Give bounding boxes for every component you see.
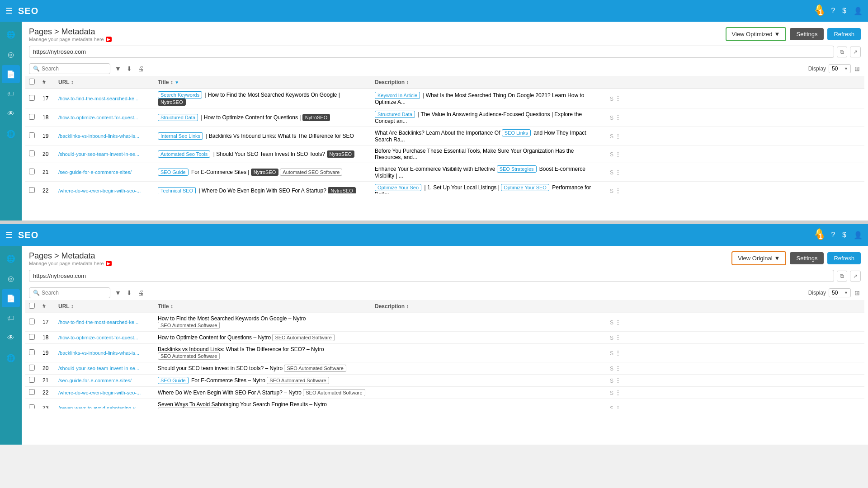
row-checkbox[interactable]	[29, 132, 35, 138]
row-more-btn[interactable]: ⋮	[615, 187, 621, 193]
sidebar-item-tags[interactable]: 🏷	[2, 85, 20, 103]
row-s-btn[interactable]: S	[610, 115, 613, 121]
row-checkbox[interactable]	[29, 365, 35, 371]
row-checkbox[interactable]	[29, 377, 35, 383]
sidebar-item-pages[interactable]: 📄	[2, 65, 20, 83]
user-icon[interactable]: 👤	[854, 7, 863, 15]
bottom-video-icon[interactable]: ▶	[106, 261, 112, 266]
bottom-notification-icon[interactable]: 🔔 1	[815, 228, 824, 243]
row-checkbox[interactable]	[29, 334, 35, 340]
top-settings-button[interactable]: Settings	[790, 28, 824, 40]
row-checkbox[interactable]	[29, 187, 35, 193]
sidebar-item-globe[interactable]: 🌐	[2, 25, 20, 43]
sidebar-item-globe2[interactable]: 🌐	[2, 125, 20, 143]
bottom-menu-icon[interactable]: ☰	[5, 230, 13, 240]
row-url-link[interactable]: /how-to-optimize-content-for-quest...	[58, 335, 138, 340]
row-checkbox[interactable]	[29, 150, 35, 156]
bottom-user-icon[interactable]: 👤	[854, 231, 863, 239]
row-more-btn[interactable]: ⋮	[615, 365, 621, 372]
row-more-btn[interactable]: ⋮	[615, 114, 621, 121]
row-s-btn[interactable]: S	[610, 319, 613, 326]
row-url-link[interactable]: /seo-guide-for-e-commerce-sites/	[58, 169, 132, 175]
view-original-button[interactable]: View Original ▼	[731, 251, 786, 265]
top-display-select[interactable]: 50 25 100	[829, 64, 851, 73]
top-col-desc-header[interactable]: Description ↕	[371, 76, 606, 89]
bottom-help-icon[interactable]: ?	[831, 231, 835, 239]
row-url-link[interactable]: /how-to-find-the-most-searched-ke...	[58, 319, 138, 325]
row-checkbox[interactable]	[29, 95, 35, 101]
bottom-col-desc-header[interactable]: Description ↕	[371, 300, 606, 313]
row-s-btn[interactable]: S	[610, 335, 613, 341]
row-s-btn[interactable]: S	[610, 366, 613, 372]
row-more-btn[interactable]: ⋮	[615, 319, 621, 326]
row-more-btn[interactable]: ⋮	[615, 150, 621, 158]
bottom-print-btn[interactable]: 🖨	[137, 288, 145, 297]
bottom-url-copy-btn[interactable]: ⧉	[837, 271, 847, 282]
bottom-columns-btn[interactable]: ⊞	[854, 288, 861, 297]
top-refresh-button[interactable]: Refresh	[827, 28, 861, 40]
row-s-btn[interactable]: S	[610, 188, 613, 193]
row-s-btn[interactable]: S	[610, 378, 613, 384]
row-s-btn[interactable]: S	[610, 151, 613, 158]
notification-icon[interactable]: 🔔 1	[815, 4, 824, 19]
bottom-refresh-button[interactable]: Refresh	[827, 252, 861, 264]
top-download-btn[interactable]: ⬇	[126, 64, 133, 73]
row-s-btn[interactable]: S	[610, 405, 613, 408]
sidebar-bottom-item-globe2[interactable]: 🌐	[2, 349, 20, 367]
sidebar-bottom-item-eye[interactable]: 👁	[2, 329, 20, 347]
bottom-dollar-icon[interactable]: $	[842, 231, 846, 239]
row-s-btn[interactable]: S	[610, 133, 613, 140]
view-optimized-button[interactable]: View Optimized ▼	[726, 27, 787, 41]
help-icon[interactable]: ?	[831, 7, 835, 15]
bottom-filter-btn[interactable]: ▼	[114, 288, 122, 297]
row-url-link[interactable]: /should-your-seo-team-invest-in-se...	[58, 151, 139, 157]
row-url-link[interactable]: /backlinks-vs-inbound-links-what-is...	[58, 350, 139, 356]
top-col-title-header[interactable]: Title ↕ ▼	[154, 76, 371, 89]
sidebar-bottom-item-settings[interactable]: ◎	[2, 269, 20, 287]
top-col-url-header[interactable]: URL ↕	[55, 76, 154, 89]
row-checkbox[interactable]	[29, 319, 35, 324]
top-filter-btn[interactable]: ▼	[114, 64, 122, 73]
row-more-btn[interactable]: ⋮	[615, 169, 621, 176]
bottom-settings-button[interactable]: Settings	[790, 252, 824, 264]
dollar-icon[interactable]: $	[842, 7, 846, 15]
top-video-icon[interactable]: ▶	[106, 37, 112, 42]
row-url-link[interactable]: /how-to-find-the-most-searched-ke...	[58, 96, 138, 101]
row-url-link[interactable]: /how-to-optimize-content-for-quest...	[58, 115, 138, 120]
top-url-open-btn[interactable]: ↗	[850, 47, 861, 57]
row-url-link[interactable]: /where-do-we-even-begin-with-seo-...	[58, 390, 141, 395]
bottom-select-all[interactable]	[29, 303, 35, 309]
top-select-all[interactable]	[29, 79, 35, 84]
menu-icon[interactable]: ☰	[5, 6, 13, 16]
row-s-btn[interactable]: S	[610, 350, 613, 357]
top-search-input[interactable]	[42, 66, 100, 72]
row-more-btn[interactable]: ⋮	[615, 349, 621, 357]
bottom-col-url-header[interactable]: URL ↕	[55, 300, 154, 313]
sidebar-bottom-item-pages[interactable]: 📄	[2, 289, 20, 307]
sidebar-item-settings[interactable]: ◎	[2, 45, 20, 63]
row-more-btn[interactable]: ⋮	[615, 389, 621, 396]
row-more-btn[interactable]: ⋮	[615, 404, 621, 408]
bottom-url-open-btn[interactable]: ↗	[850, 271, 861, 282]
sidebar-bottom-item-tags[interactable]: 🏷	[2, 309, 20, 327]
row-more-btn[interactable]: ⋮	[615, 334, 621, 341]
row-s-btn[interactable]: S	[610, 96, 613, 102]
row-url-link[interactable]: /where-do-we-even-begin-with-seo-...	[58, 188, 141, 193]
row-more-btn[interactable]: ⋮	[615, 95, 621, 102]
row-checkbox[interactable]	[29, 169, 35, 174]
row-more-btn[interactable]: ⋮	[615, 377, 621, 384]
sidebar-bottom-item-globe[interactable]: 🌐	[2, 249, 20, 267]
row-checkbox[interactable]	[29, 404, 35, 408]
row-url-link[interactable]: /backlinks-vs-inbound-links-what-is...	[58, 133, 139, 139]
row-more-btn[interactable]: ⋮	[615, 132, 621, 140]
row-url-link[interactable]: /should-your-seo-team-invest-in-se...	[58, 366, 139, 371]
sidebar-item-eye[interactable]: 👁	[2, 105, 20, 123]
row-s-btn[interactable]: S	[610, 390, 613, 396]
row-url-link[interactable]: /seven-ways-to-avoid-sabotaging-y...	[58, 405, 139, 408]
top-print-btn[interactable]: 🖨	[137, 64, 145, 73]
bottom-search-input[interactable]	[42, 290, 100, 296]
bottom-download-btn[interactable]: ⬇	[126, 288, 133, 297]
bottom-url-input[interactable]	[29, 270, 834, 282]
bottom-display-select[interactable]: 50 25 100	[829, 288, 851, 297]
row-checkbox[interactable]	[29, 349, 35, 355]
